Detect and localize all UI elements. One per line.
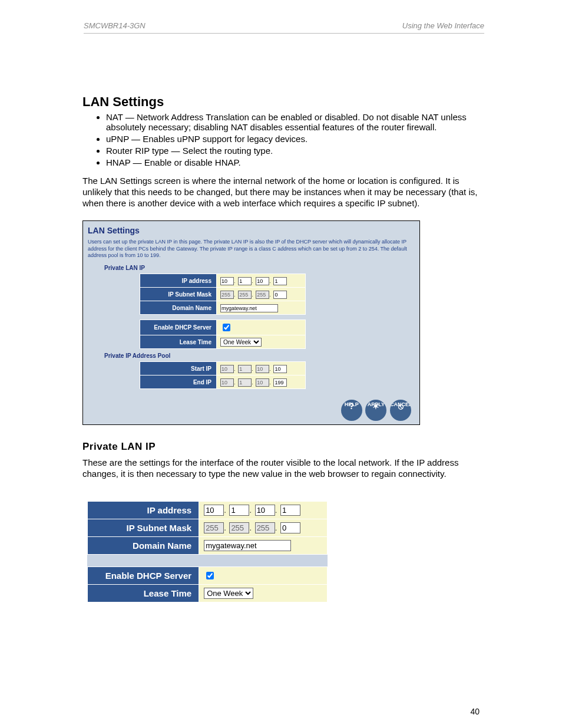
zoom-subnet-octet-1 bbox=[204, 522, 224, 533]
row-subnet-mask: IP Subnet Mask . . . bbox=[140, 288, 306, 301]
page-number: 40 bbox=[470, 707, 480, 716]
row-end-ip: End IP . . . bbox=[140, 375, 306, 389]
ip-octet-1[interactable] bbox=[220, 277, 234, 285]
start-ip-octet-3 bbox=[256, 365, 269, 373]
label-lease-time: Lease Time bbox=[140, 335, 217, 349]
zoom-subnet-octet-3 bbox=[255, 522, 275, 533]
zoom-enable-dhcp-checkbox[interactable] bbox=[206, 572, 214, 579]
end-ip-octet-3 bbox=[256, 378, 269, 387]
doc-header-right: Using the Web Interface bbox=[402, 21, 484, 30]
zoom-label-enable-dhcp: Enable DHCP Server bbox=[88, 566, 199, 584]
bullet-hnap: HNAP — Enable or disable HNAP. bbox=[106, 157, 480, 167]
start-ip-octet-4[interactable] bbox=[273, 365, 287, 373]
row-lease-time: Lease Time One Week bbox=[140, 335, 306, 349]
zoom-lease-time-select[interactable]: One Week bbox=[204, 588, 253, 599]
label-subnet-mask: IP Subnet Mask bbox=[140, 288, 217, 301]
zoom-row-subnet: IP Subnet Mask . . . bbox=[88, 519, 328, 536]
row-ip-address: IP address . . . bbox=[140, 274, 306, 288]
ip-octet-4[interactable] bbox=[273, 277, 287, 285]
domain-name-input[interactable] bbox=[220, 304, 278, 312]
zoom-ip-octet-1[interactable] bbox=[204, 505, 224, 516]
help-button[interactable]: ? HELP bbox=[341, 400, 362, 421]
zoom-row-ip-address: IP address . . . bbox=[88, 501, 328, 519]
end-ip-octet-2 bbox=[238, 378, 252, 387]
zoom-label-domain: Domain Name bbox=[88, 536, 199, 554]
panel-title: LAN Settings bbox=[88, 226, 415, 235]
label-end-ip: End IP bbox=[140, 375, 217, 389]
zoom-subnet-octet-4[interactable] bbox=[280, 522, 300, 533]
ip-octet-3[interactable] bbox=[256, 277, 269, 285]
lan-settings-intro: The LAN Settings screen is where the int… bbox=[82, 176, 480, 209]
doc-header-left: SMCWBR14-3GN bbox=[84, 21, 146, 30]
zoom-row-domain: Domain Name bbox=[88, 536, 328, 554]
zoom-ip-octet-3[interactable] bbox=[255, 505, 275, 516]
bullet-upnp: uPNP — Enables uPNP support for legacy d… bbox=[106, 134, 480, 144]
start-ip-octet-2 bbox=[238, 365, 252, 373]
cancel-button[interactable]: ⦸ CANCEL bbox=[390, 400, 411, 421]
zoom-label-lease-time: Lease Time bbox=[88, 584, 199, 602]
ip-octet-2[interactable] bbox=[238, 277, 252, 285]
row-start-ip: Start IP . . . bbox=[140, 362, 306, 375]
row-domain-name: Domain Name bbox=[140, 301, 306, 315]
zoom-label-subnet: IP Subnet Mask bbox=[88, 519, 199, 536]
heading-ip-pool: Private IP Address Pool bbox=[104, 353, 415, 359]
subnet-octet-3 bbox=[256, 291, 269, 299]
end-ip-octet-4[interactable] bbox=[273, 378, 287, 387]
feature-bullet-list: NAT — Network Address Translation can be… bbox=[82, 112, 480, 167]
zoom-row-enable-dhcp: Enable DHCP Server bbox=[88, 566, 328, 584]
private-lan-ip-zoom-panel: IP address . . . IP Subnet Mask . . . bbox=[87, 501, 328, 602]
label-start-ip: Start IP bbox=[140, 362, 217, 375]
subnet-octet-1 bbox=[220, 291, 234, 299]
heading-private-lan-ip-zoom: Private LAN IP bbox=[82, 440, 480, 453]
private-lan-ip-paragraph: These are the settings for the interface… bbox=[82, 457, 480, 480]
enable-dhcp-checkbox[interactable] bbox=[223, 324, 230, 331]
zoom-label-ip-address: IP address bbox=[88, 501, 199, 519]
label-enable-dhcp: Enable DHCP Server bbox=[140, 320, 217, 335]
lease-time-select[interactable]: One Week bbox=[220, 338, 262, 347]
section-title-lan-settings: LAN Settings bbox=[82, 94, 480, 110]
private-lan-ip-table: IP address . . . IP Subnet Mask . . . bbox=[140, 274, 306, 315]
bullet-rip: Router RIP type — Select the routing typ… bbox=[106, 146, 480, 156]
zoom-domain-input[interactable] bbox=[204, 540, 291, 551]
doc-header-rule bbox=[84, 33, 484, 34]
zoom-subnet-octet-2 bbox=[229, 522, 249, 533]
zoom-ip-octet-4[interactable] bbox=[280, 505, 300, 516]
row-enable-dhcp: Enable DHCP Server bbox=[140, 320, 306, 335]
end-ip-octet-1 bbox=[220, 378, 234, 387]
start-ip-octet-1 bbox=[220, 365, 234, 373]
heading-private-lan-ip: Private LAN IP bbox=[104, 265, 415, 271]
lan-settings-screenshot-panel: LAN Settings Users can set up the privat… bbox=[82, 220, 420, 425]
ip-pool-table: Start IP . . . End IP . . . bbox=[140, 361, 306, 389]
panel-description: Users can set up the private LAN IP in t… bbox=[88, 239, 415, 259]
label-domain-name: Domain Name bbox=[140, 301, 217, 315]
dhcp-table: Enable DHCP Server Lease Time One Week bbox=[140, 319, 306, 349]
label-ip-address: IP address bbox=[140, 274, 217, 288]
apply-button[interactable]: ✶ APPLY bbox=[365, 400, 386, 421]
subnet-octet-4[interactable] bbox=[273, 291, 287, 299]
zoom-ip-octet-2[interactable] bbox=[229, 505, 249, 516]
zoom-row-lease-time: Lease Time One Week bbox=[88, 584, 328, 602]
bullet-nat: NAT — Network Address Translation can be… bbox=[106, 112, 480, 132]
subnet-octet-2 bbox=[238, 291, 252, 299]
